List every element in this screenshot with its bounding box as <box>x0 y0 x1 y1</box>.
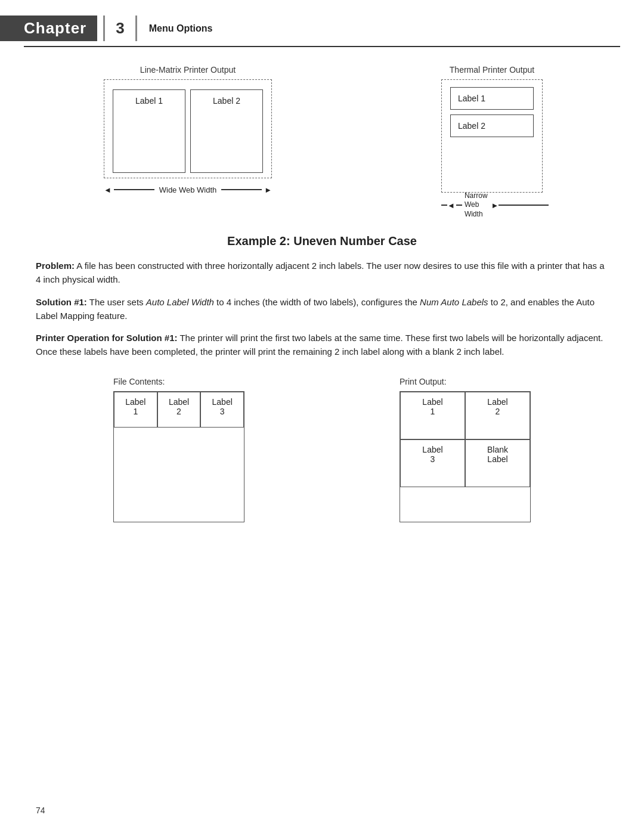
p1-text: A file has been constructed with three h… <box>36 261 605 284</box>
p1-bold: Problem: <box>36 261 75 271</box>
paragraph-3: Printer Operation for Solution #1: The p… <box>36 331 608 359</box>
th-diagram-block: Thermal Printer Output Label 1 Label 2 <box>435 65 549 216</box>
file-contents-box: Label 1 Label 2 Label 3 <box>113 391 244 522</box>
p2-text-pre: The user sets <box>87 297 146 307</box>
lm-caption: Line-Matrix Printer Output <box>140 65 236 75</box>
chapter-label: Chapter <box>0 16 97 41</box>
po-label2: Label 2 <box>465 392 530 439</box>
fc-label1: Label 1 <box>114 392 157 428</box>
file-caption: File Contents: <box>113 377 165 386</box>
lm-diagram-block: Line-Matrix Printer Output Label 1 Label… <box>95 65 280 199</box>
th-arrow-label: Narrow Web Width <box>465 191 488 219</box>
th-label2: Label 2 <box>450 114 534 137</box>
paragraph-2: Solution #1: The user sets Auto Label Wi… <box>36 295 608 323</box>
file-contents-block: File Contents: Label 1 Label 2 Label 3 <box>113 377 244 522</box>
chapter-title: Menu Options <box>143 23 213 34</box>
page-footer: 74 <box>36 806 45 815</box>
th-arrow-left-icon: ◄ <box>447 201 455 210</box>
po-label3: Label 3 <box>400 439 465 487</box>
page-number: 74 <box>36 806 45 815</box>
po-empty-space <box>400 487 530 522</box>
fc-empty-space <box>114 428 244 522</box>
p3-bold: Printer Operation for Solution #1: <box>36 333 178 343</box>
page-header: Chapter 3 Menu Options <box>24 11 620 47</box>
arrow-left-icon: ◄ <box>104 185 112 194</box>
lm-label2: Label 2 <box>190 89 263 173</box>
lm-label1: Label 1 <box>113 89 185 173</box>
diagram-row-2: File Contents: Label 1 Label 2 Label 3 P… <box>36 377 608 522</box>
p2-text-mid: to 4 inches (the width of two labels), c… <box>214 297 420 307</box>
po-row-2: Label 3 Blank Label <box>400 439 530 487</box>
chapter-number: 3 <box>103 16 137 41</box>
th-arrow-right-icon: ► <box>491 201 499 210</box>
section-heading: Example 2: Uneven Number Case <box>36 234 608 248</box>
print-output-block: Print Output: Label 1 Label 2 Label 3 Bl… <box>400 377 531 522</box>
print-output-box: Label 1 Label 2 Label 3 Blank Label <box>400 391 531 522</box>
p2-italic2: Num Auto Labels <box>420 297 488 307</box>
p2-bold: Solution #1: <box>36 297 87 307</box>
print-caption: Print Output: <box>400 377 447 386</box>
arrow-right-icon: ► <box>264 185 272 194</box>
po-label1: Label 1 <box>400 392 465 439</box>
th-caption: Thermal Printer Output <box>450 65 534 75</box>
paragraph-1: Problem: A file has been constructed wit… <box>36 259 608 287</box>
fc-label2: Label 2 <box>157 392 201 428</box>
lm-arrow-label: Wide Web Width <box>159 185 217 194</box>
th-label1: Label 1 <box>450 87 534 110</box>
fc-label3: Label 3 <box>200 392 244 428</box>
po-blank-label: Blank Label <box>465 439 530 487</box>
diagram-row-1: Line-Matrix Printer Output Label 1 Label… <box>36 65 608 216</box>
main-content: Line-Matrix Printer Output Label 1 Label… <box>36 65 608 522</box>
fc-row-1: Label 1 Label 2 Label 3 <box>114 392 244 428</box>
po-row-1: Label 1 Label 2 <box>400 392 530 439</box>
p2-italic1: Auto Label Width <box>146 297 214 307</box>
